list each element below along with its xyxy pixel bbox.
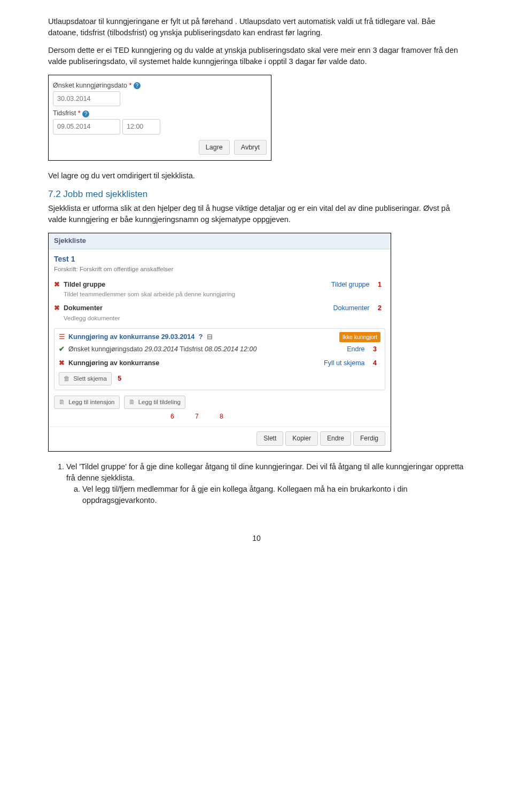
x-icon: ✖: [59, 358, 68, 368]
x-icon: ✖: [54, 280, 64, 289]
doc-icon: 🗎: [59, 399, 65, 405]
add-award-button[interactable]: 🗎 Legg til tildeling: [124, 396, 185, 409]
edit-dates-link[interactable]: Endre: [347, 345, 364, 353]
intro-paragraph-2: Dersom dette er ei TED kunngjering og du…: [48, 45, 465, 67]
drag-icon[interactable]: ☰: [59, 332, 65, 342]
after-dates-paragraph: Vel lagre og du vert omdirigert til sjek…: [48, 170, 465, 182]
numbered-list: Vel 'Tildel gruppe' for å gje dine kolle…: [48, 461, 465, 506]
checklist-header: Sjekkliste: [49, 233, 391, 249]
endre-button[interactable]: Endre: [320, 431, 351, 446]
pubdate-label: Ønsket kunngjøringsdato * ?: [53, 81, 267, 90]
dates-panel: Ønsket kunngjøringsdato * ? 30.03.2014 T…: [48, 75, 271, 161]
assign-group-link[interactable]: Tildel gruppe: [331, 281, 370, 288]
documents-link[interactable]: Dokumenter: [333, 304, 369, 312]
deadline-date-input[interactable]: 09.05.2014: [53, 119, 120, 134]
checklist-row: ✖ Dokumenter Vedlegg dokumenter Dokument…: [54, 301, 385, 325]
section-paragraph: Sjekklista er utforma slik at den hjelpe…: [48, 203, 465, 225]
checklist-row: ✖ Kunngjøring av konkurranse Fyll ut skj…: [59, 356, 380, 370]
help-icon[interactable]: ?: [199, 333, 203, 341]
page-number: 10: [48, 533, 465, 543]
checklist-title: Test 1: [54, 254, 385, 264]
deadline-time-input[interactable]: 12:00: [122, 119, 160, 134]
save-button[interactable]: Lagre: [199, 140, 230, 155]
doc-icon: 🗎: [129, 399, 135, 405]
checklist-panel: Sjekkliste Test 1 Forskrift: Forskrift o…: [48, 233, 391, 452]
help-icon[interactable]: ?: [82, 111, 89, 117]
list-item: Vel legg til/fjern medlemmar for å gje e…: [82, 484, 465, 506]
delete-schema-button[interactable]: 🗑 Slett skjema: [59, 372, 112, 385]
trash-icon: 🗑: [64, 375, 70, 382]
deadline-label: Tidsfrist * ?: [53, 108, 267, 118]
x-icon: ✖: [54, 303, 64, 313]
checklist-subtitle: Forskrift: Forskrift om offentlige anska…: [54, 265, 385, 274]
announcement-box: ☰ Kunngjøring av konkurranse 29.03.2014 …: [54, 328, 385, 390]
help-icon[interactable]: ?: [134, 82, 141, 89]
status-badge: Ikke kunngjort: [339, 332, 380, 342]
section-heading: 7.2 Jobb med sjekklisten: [48, 188, 465, 201]
checklist-row: ✔ Ønsket kunngjøringsdato 29.03.2014 Tid…: [59, 342, 380, 356]
intro-paragraph-1: Utlaupsdatoar til kunngjeringane er fylt…: [48, 16, 465, 38]
kopier-button[interactable]: Kopier: [285, 431, 318, 446]
collapse-icon[interactable]: ⊟: [207, 333, 213, 341]
ferdig-button[interactable]: Ferdig: [353, 431, 385, 446]
cancel-button[interactable]: Avbryt: [234, 140, 267, 155]
list-item: Vel 'Tildel gruppe' for å gje dine kolle…: [66, 461, 465, 506]
slett-button[interactable]: Slett: [256, 431, 283, 446]
add-intention-button[interactable]: 🗎 Legg til intensjon: [54, 396, 120, 409]
pubdate-input[interactable]: 30.03.2014: [53, 91, 120, 106]
check-icon: ✔: [59, 344, 68, 354]
fill-form-link[interactable]: Fyll ut skjema: [324, 359, 364, 367]
checklist-row: ✖ Tildel gruppe Tildel teammedlemmer som…: [54, 278, 385, 301]
